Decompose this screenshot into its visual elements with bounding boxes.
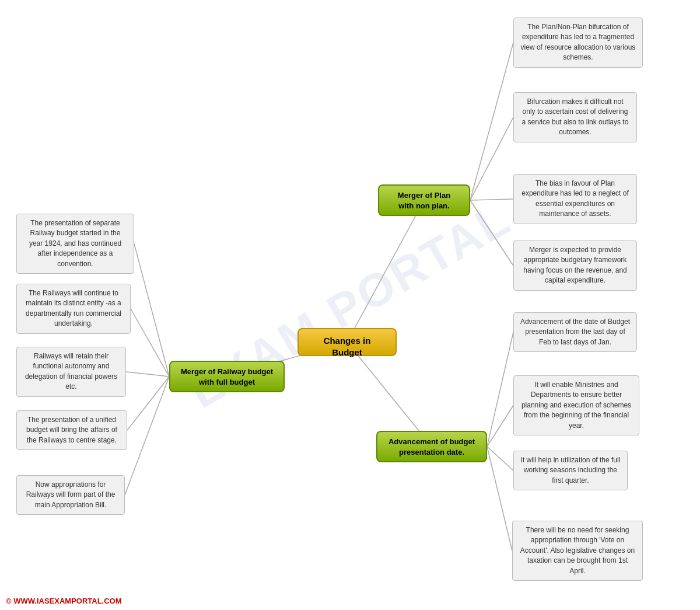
gray-node-6: The Railways will continue to maintain i… (16, 284, 131, 334)
gray-label-8: The presentation of a unified budget wil… (26, 416, 117, 444)
gray-node-10: Advancement of the date of Budget presen… (513, 312, 637, 352)
svg-line-12 (487, 332, 513, 447)
advancement-node: Advancement of budgetpresentation date. (376, 431, 487, 462)
gray-label-10: Advancement of the date of Budget presen… (520, 318, 630, 346)
center-node: Changes in Budget (298, 328, 397, 356)
gray-node-5: The presentation of separate Railway bud… (16, 214, 134, 274)
svg-line-7 (134, 244, 169, 377)
svg-line-6 (470, 200, 513, 266)
gray-label-13: There will be no need for seeking approp… (520, 526, 635, 575)
gray-label-2: Bifurcation makes it difficult not only … (522, 97, 629, 136)
svg-line-4 (470, 117, 513, 200)
merger-railway-node: Merger of Railway budgetwith full budget (169, 361, 285, 392)
gray-label-7: Railways will retain their functional au… (25, 352, 117, 391)
svg-line-11 (125, 377, 169, 495)
svg-line-3 (470, 43, 513, 200)
svg-line-14 (487, 447, 513, 470)
gray-label-1: The Plan/Non-Plan bifurcation of expendi… (521, 23, 636, 61)
svg-line-9 (126, 372, 169, 377)
gray-node-7: Railways will retain their functional au… (16, 347, 126, 397)
gray-label-11: It will enable Ministries and Department… (522, 381, 631, 430)
gray-node-11: It will enable Ministries and Department… (513, 375, 639, 435)
svg-line-15 (487, 447, 512, 551)
merger-plan-node: Merger of Planwith non plan. (378, 184, 470, 216)
footer: © WWW.IASEXAMPORTAL.COM (6, 597, 122, 605)
gray-label-9: Now appropriations for Railways will for… (26, 480, 116, 509)
svg-line-8 (131, 309, 169, 377)
gray-label-6: The Railways will continue to maintain i… (26, 289, 121, 327)
svg-line-5 (470, 199, 513, 200)
gray-node-4: Merger is expected to provide appropriat… (513, 240, 637, 291)
gray-node-8: The presentation of a unified budget wil… (16, 410, 127, 450)
gray-node-9: Now appropriations for Railways will for… (16, 475, 125, 515)
gray-label-4: Merger is expected to provide appropriat… (523, 246, 626, 284)
gray-node-13: There will be no need for seeking approp… (512, 521, 643, 581)
gray-node-1: The Plan/Non-Plan bifurcation of expendi… (513, 18, 643, 68)
gray-node-2: Bifurcation makes it difficult not only … (513, 92, 637, 142)
gray-label-5: The presentation of separate Railway bud… (29, 219, 121, 268)
gray-node-3: The bias in favour of Plan expenditure h… (513, 174, 637, 224)
center-label: Changes in Budget (324, 336, 371, 357)
gray-node-12: It will help in utilization of the full … (513, 451, 628, 490)
gray-label-3: The bias in favour of Plan expenditure h… (522, 179, 628, 218)
merger-railway-label: Merger of Railway budgetwith full budget (181, 367, 273, 386)
svg-line-0 (347, 200, 424, 342)
svg-line-10 (127, 377, 169, 430)
footer-text: © WWW.IASEXAMPORTAL.COM (6, 597, 122, 605)
advancement-label: Advancement of budgetpresentation date. (388, 437, 475, 456)
svg-line-13 (487, 406, 513, 447)
merger-plan-label: Merger of Planwith non plan. (398, 191, 450, 210)
gray-label-12: It will help in utilization of the full … (521, 456, 621, 484)
